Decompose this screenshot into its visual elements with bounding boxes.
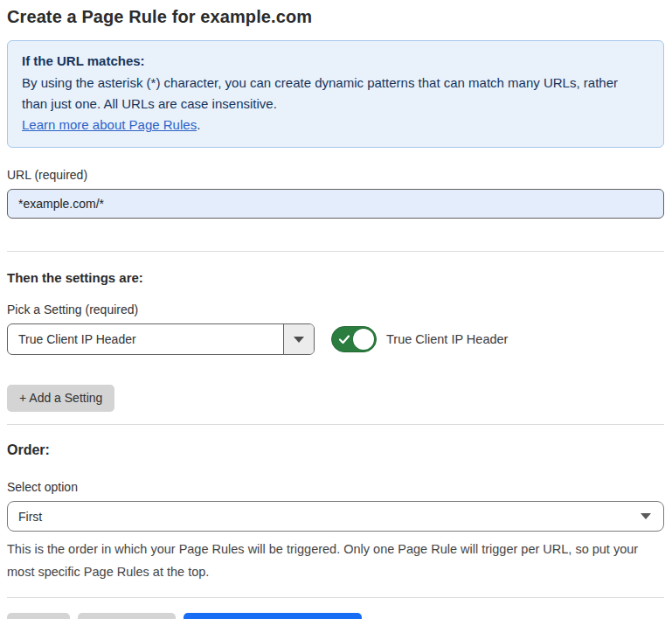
pick-setting-label: Pick a Setting (required) <box>7 303 664 316</box>
divider <box>7 597 664 598</box>
order-select-value: First <box>18 510 42 524</box>
save-as-draft-button[interactable]: Save as Draft <box>78 613 177 619</box>
setting-select-value: True Client IP Header <box>8 324 283 354</box>
link-suffix: . <box>197 117 200 132</box>
true-client-ip-toggle[interactable] <box>331 326 377 352</box>
url-field-label: URL (required) <box>7 168 664 182</box>
order-section-heading: Order: <box>7 442 664 458</box>
chevron-down-icon <box>641 513 651 519</box>
divider <box>7 251 664 252</box>
toggle-label: True Client IP Header <box>386 332 508 346</box>
page-title: Create a Page Rule for example.com <box>7 7 664 27</box>
divider <box>7 424 664 425</box>
info-box-body: By using the asterisk (*) character, you… <box>22 73 634 115</box>
url-input[interactable] <box>7 189 664 219</box>
url-section: URL (required) <box>7 168 664 219</box>
save-and-deploy-button[interactable]: Save and Deploy Page Rule <box>184 613 362 619</box>
cancel-button[interactable]: Cancel <box>7 613 70 619</box>
add-setting-button[interactable]: + Add a Setting <box>7 385 114 412</box>
toggle-knob <box>353 329 374 350</box>
order-help-text: This is the order in which your Page Rul… <box>7 538 654 583</box>
action-button-row: Cancel Save as Draft Save and Deploy Pag… <box>7 613 664 619</box>
chevron-down-icon <box>294 337 304 343</box>
learn-more-link[interactable]: Learn more about Page Rules <box>22 117 197 132</box>
info-box-heading: If the URL matches: <box>22 51 649 72</box>
order-select-label: Select option <box>7 480 664 494</box>
order-select[interactable]: First <box>7 501 664 532</box>
check-icon <box>338 333 350 345</box>
setting-select[interactable]: True Client IP Header <box>7 323 315 355</box>
info-box-link-row: Learn more about Page Rules. <box>22 115 649 136</box>
setting-row: True Client IP Header True Client IP Hea… <box>7 323 664 355</box>
setting-select-arrow-button[interactable] <box>283 324 314 354</box>
settings-section-heading: Then the settings are: <box>7 270 664 285</box>
url-match-info-box: If the URL matches: By using the asteris… <box>7 40 664 148</box>
create-page-rule-form: Create a Page Rule for example.com If th… <box>0 0 672 619</box>
